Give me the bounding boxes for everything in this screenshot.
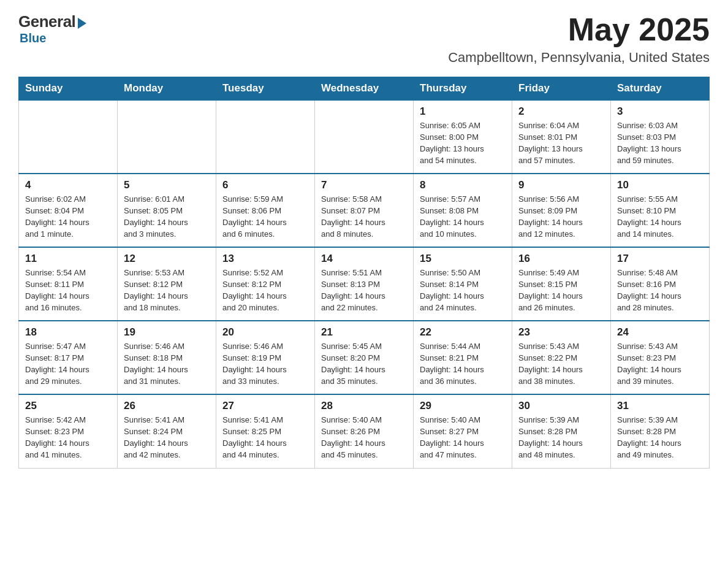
logo-arrow-icon xyxy=(78,18,86,29)
day-number: 15 xyxy=(420,253,506,265)
day-info: Sunrise: 5:46 AM Sunset: 8:19 PM Dayligh… xyxy=(222,341,308,387)
day-number: 10 xyxy=(617,179,703,191)
day-number: 29 xyxy=(420,400,506,412)
calendar-header-sunday: Sunday xyxy=(19,77,118,101)
day-info: Sunrise: 5:49 AM Sunset: 8:15 PM Dayligh… xyxy=(518,267,604,313)
calendar-cell-4-5: 22Sunrise: 5:44 AM Sunset: 8:21 PM Dayli… xyxy=(414,321,512,394)
calendar-cell-1-5: 1Sunrise: 6:05 AM Sunset: 8:00 PM Daylig… xyxy=(414,100,512,174)
day-info: Sunrise: 6:02 AM Sunset: 8:04 PM Dayligh… xyxy=(25,194,111,240)
day-number: 11 xyxy=(25,253,111,265)
calendar-cell-4-6: 23Sunrise: 5:43 AM Sunset: 8:22 PM Dayli… xyxy=(512,321,611,394)
day-info: Sunrise: 5:57 AM Sunset: 8:08 PM Dayligh… xyxy=(420,194,506,240)
calendar-header-friday: Friday xyxy=(512,77,611,101)
day-number: 12 xyxy=(124,253,210,265)
day-number: 16 xyxy=(518,253,604,265)
calendar-cell-5-3: 27Sunrise: 5:41 AM Sunset: 8:25 PM Dayli… xyxy=(216,394,315,468)
day-info: Sunrise: 5:50 AM Sunset: 8:14 PM Dayligh… xyxy=(420,267,506,313)
day-number: 6 xyxy=(222,179,308,191)
day-number: 14 xyxy=(321,253,407,265)
day-number: 18 xyxy=(25,326,111,339)
day-info: Sunrise: 5:44 AM Sunset: 8:21 PM Dayligh… xyxy=(420,341,506,387)
calendar-cell-3-5: 15Sunrise: 5:50 AM Sunset: 8:14 PM Dayli… xyxy=(414,247,512,321)
day-info: Sunrise: 6:04 AM Sunset: 8:01 PM Dayligh… xyxy=(518,120,604,166)
calendar-cell-5-1: 25Sunrise: 5:42 AM Sunset: 8:23 PM Dayli… xyxy=(19,394,118,468)
day-number: 28 xyxy=(321,400,407,412)
calendar-header-monday: Monday xyxy=(118,77,216,101)
day-info: Sunrise: 5:43 AM Sunset: 8:22 PM Dayligh… xyxy=(518,341,604,387)
calendar-cell-1-2 xyxy=(118,100,216,174)
day-number: 27 xyxy=(222,400,308,412)
day-info: Sunrise: 5:41 AM Sunset: 8:25 PM Dayligh… xyxy=(222,415,308,461)
calendar-cell-1-7: 3Sunrise: 6:03 AM Sunset: 8:03 PM Daylig… xyxy=(611,100,710,174)
day-info: Sunrise: 5:53 AM Sunset: 8:12 PM Dayligh… xyxy=(124,267,210,313)
day-number: 17 xyxy=(617,253,703,265)
calendar-cell-3-3: 13Sunrise: 5:52 AM Sunset: 8:12 PM Dayli… xyxy=(216,247,315,321)
calendar-week-row-3: 11Sunrise: 5:54 AM Sunset: 8:11 PM Dayli… xyxy=(19,247,710,321)
day-number: 25 xyxy=(25,400,111,412)
calendar-week-row-2: 4Sunrise: 6:02 AM Sunset: 8:04 PM Daylig… xyxy=(19,174,710,247)
calendar-cell-3-6: 16Sunrise: 5:49 AM Sunset: 8:15 PM Dayli… xyxy=(512,247,611,321)
calendar-cell-4-7: 24Sunrise: 5:43 AM Sunset: 8:23 PM Dayli… xyxy=(611,321,710,394)
day-info: Sunrise: 5:47 AM Sunset: 8:17 PM Dayligh… xyxy=(25,341,111,387)
calendar-cell-1-3 xyxy=(216,100,315,174)
calendar-cell-2-6: 9Sunrise: 5:56 AM Sunset: 8:09 PM Daylig… xyxy=(512,174,611,247)
day-number: 31 xyxy=(617,400,703,412)
calendar-header-thursday: Thursday xyxy=(414,77,512,101)
day-info: Sunrise: 5:55 AM Sunset: 8:10 PM Dayligh… xyxy=(617,194,703,240)
location-title: Campbelltown, Pennsylvania, United State… xyxy=(448,50,710,66)
calendar-week-row-1: 1Sunrise: 6:05 AM Sunset: 8:00 PM Daylig… xyxy=(19,100,710,174)
day-info: Sunrise: 5:42 AM Sunset: 8:23 PM Dayligh… xyxy=(25,415,111,461)
calendar-cell-4-4: 21Sunrise: 5:45 AM Sunset: 8:20 PM Dayli… xyxy=(315,321,414,394)
day-number: 7 xyxy=(321,179,407,191)
calendar-table: SundayMondayTuesdayWednesdayThursdayFrid… xyxy=(18,77,710,469)
month-title: May 2025 xyxy=(448,12,710,47)
calendar-header-tuesday: Tuesday xyxy=(216,77,315,101)
calendar-cell-1-4 xyxy=(315,100,414,174)
day-info: Sunrise: 5:51 AM Sunset: 8:13 PM Dayligh… xyxy=(321,267,407,313)
calendar-cell-4-2: 19Sunrise: 5:46 AM Sunset: 8:18 PM Dayli… xyxy=(118,321,216,394)
day-info: Sunrise: 6:03 AM Sunset: 8:03 PM Dayligh… xyxy=(617,120,703,166)
calendar-cell-2-1: 4Sunrise: 6:02 AM Sunset: 8:04 PM Daylig… xyxy=(19,174,118,247)
calendar-cell-2-2: 5Sunrise: 6:01 AM Sunset: 8:05 PM Daylig… xyxy=(118,174,216,247)
day-number: 8 xyxy=(420,179,506,191)
day-info: Sunrise: 5:39 AM Sunset: 8:28 PM Dayligh… xyxy=(518,415,604,461)
day-info: Sunrise: 5:48 AM Sunset: 8:16 PM Dayligh… xyxy=(617,267,703,313)
day-number: 9 xyxy=(518,179,604,191)
calendar-cell-1-1 xyxy=(19,100,118,174)
calendar-header-wednesday: Wednesday xyxy=(315,77,414,101)
day-info: Sunrise: 5:46 AM Sunset: 8:18 PM Dayligh… xyxy=(124,341,210,387)
calendar-week-row-5: 25Sunrise: 5:42 AM Sunset: 8:23 PM Dayli… xyxy=(19,394,710,468)
calendar-header-row: SundayMondayTuesdayWednesdayThursdayFrid… xyxy=(19,77,710,101)
calendar-cell-5-4: 28Sunrise: 5:40 AM Sunset: 8:26 PM Dayli… xyxy=(315,394,414,468)
title-section: May 2025 Campbelltown, Pennsylvania, Uni… xyxy=(448,12,710,66)
day-info: Sunrise: 5:45 AM Sunset: 8:20 PM Dayligh… xyxy=(321,341,407,387)
day-number: 24 xyxy=(617,326,703,339)
day-number: 4 xyxy=(25,179,111,191)
calendar-cell-5-5: 29Sunrise: 5:40 AM Sunset: 8:27 PM Dayli… xyxy=(414,394,512,468)
day-info: Sunrise: 5:41 AM Sunset: 8:24 PM Dayligh… xyxy=(124,415,210,461)
logo-general-text: General xyxy=(18,12,75,31)
calendar-cell-5-2: 26Sunrise: 5:41 AM Sunset: 8:24 PM Dayli… xyxy=(118,394,216,468)
day-info: Sunrise: 5:58 AM Sunset: 8:07 PM Dayligh… xyxy=(321,194,407,240)
day-number: 1 xyxy=(420,105,506,118)
day-number: 26 xyxy=(124,400,210,412)
day-number: 3 xyxy=(617,105,703,118)
calendar-cell-3-7: 17Sunrise: 5:48 AM Sunset: 8:16 PM Dayli… xyxy=(611,247,710,321)
day-number: 22 xyxy=(420,326,506,339)
day-info: Sunrise: 6:05 AM Sunset: 8:00 PM Dayligh… xyxy=(420,120,506,166)
calendar-cell-3-4: 14Sunrise: 5:51 AM Sunset: 8:13 PM Dayli… xyxy=(315,247,414,321)
day-info: Sunrise: 5:40 AM Sunset: 8:26 PM Dayligh… xyxy=(321,415,407,461)
day-number: 23 xyxy=(518,326,604,339)
calendar-cell-4-1: 18Sunrise: 5:47 AM Sunset: 8:17 PM Dayli… xyxy=(19,321,118,394)
calendar-cell-5-6: 30Sunrise: 5:39 AM Sunset: 8:28 PM Dayli… xyxy=(512,394,611,468)
day-number: 13 xyxy=(222,253,308,265)
calendar-cell-3-1: 11Sunrise: 5:54 AM Sunset: 8:11 PM Dayli… xyxy=(19,247,118,321)
calendar-cell-4-3: 20Sunrise: 5:46 AM Sunset: 8:19 PM Dayli… xyxy=(216,321,315,394)
day-info: Sunrise: 5:54 AM Sunset: 8:11 PM Dayligh… xyxy=(25,267,111,313)
logo-blue-text: Blue xyxy=(20,31,46,45)
calendar-header-saturday: Saturday xyxy=(611,77,710,101)
day-number: 19 xyxy=(124,326,210,339)
day-info: Sunrise: 6:01 AM Sunset: 8:05 PM Dayligh… xyxy=(124,194,210,240)
calendar-cell-2-7: 10Sunrise: 5:55 AM Sunset: 8:10 PM Dayli… xyxy=(611,174,710,247)
day-number: 5 xyxy=(124,179,210,191)
